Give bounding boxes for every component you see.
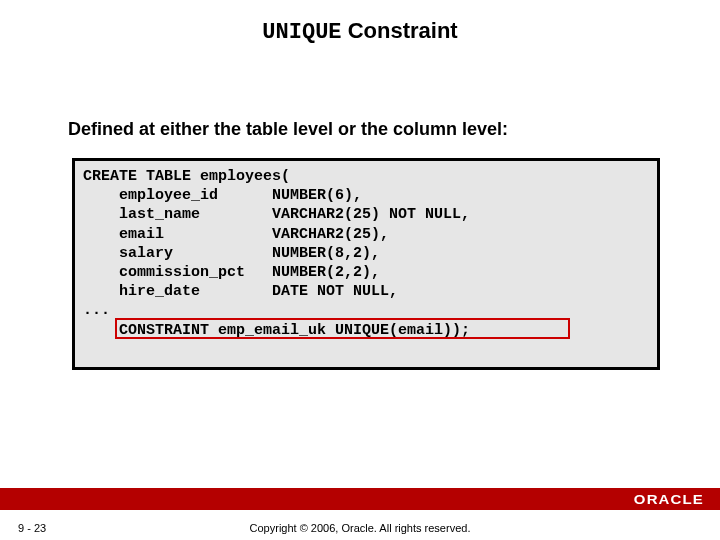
code-line: last_name VARCHAR2(25) NOT NULL, <box>83 206 470 223</box>
code-line: CREATE TABLE employees( <box>83 168 290 185</box>
code-block: CREATE TABLE employees( employee_id NUMB… <box>72 158 660 370</box>
code-line: employee_id NUMBER(6), <box>83 187 362 204</box>
slide-subtitle: Defined at either the table level or the… <box>0 119 720 140</box>
code-line: commission_pct NUMBER(2,2), <box>83 264 380 281</box>
footer-bar: ORACLE <box>0 488 720 510</box>
code-line: hire_date DATE NOT NULL, <box>83 283 398 300</box>
highlight-rectangle <box>115 318 570 339</box>
title-keyword: UNIQUE <box>262 20 341 45</box>
code-line: salary NUMBER(8,2), <box>83 245 380 262</box>
slide-title: UNIQUE Constraint <box>0 0 720 45</box>
oracle-logo: ORACLE <box>634 492 704 507</box>
code-line: ... <box>83 302 110 319</box>
title-rest: Constraint <box>342 18 458 43</box>
copyright-text: Copyright © 2006, Oracle. All rights res… <box>0 522 720 534</box>
code-line: email VARCHAR2(25), <box>83 226 389 243</box>
